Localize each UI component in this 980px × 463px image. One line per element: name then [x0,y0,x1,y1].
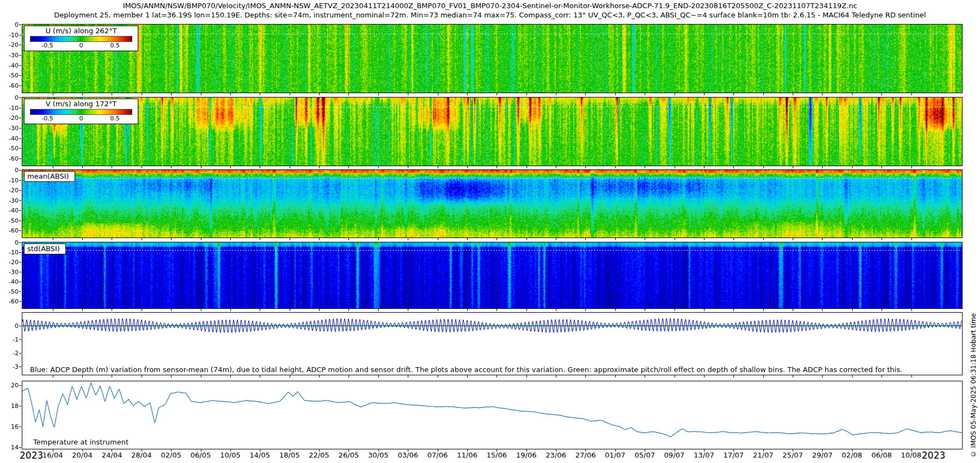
y-tick-mark [19,128,21,129]
x-tick-mark [230,166,231,168]
y-tick-mark [19,55,21,56]
x-tick-mark [526,375,527,377]
x-tick-mark [585,449,586,452]
x-tick-mark [142,449,142,452]
x-tick-label: 09/07 [664,451,684,459]
x-tick-mark [733,166,734,168]
x-tick-label: 10/08 [901,451,921,459]
x-tick-mark [852,449,853,452]
x-tick-mark [290,309,290,311]
x-tick-mark [467,166,468,168]
y-tick-label: -50 [0,218,19,224]
x-tick-mark [704,375,705,377]
x-tick-mark [53,449,53,452]
x-tick-label: 21/07 [753,451,773,459]
u-velocity-heatmap [22,25,962,93]
x-tick-mark [171,449,171,452]
x-tick-mark [378,375,379,377]
x-tick-mark [260,449,260,452]
y-tick-mark [19,353,21,354]
y-tick-mark [19,301,21,302]
x-tick-label: 06/08 [871,451,891,459]
x-tick-mark [911,238,912,240]
x-tick-label: 25/07 [782,451,803,459]
x-tick-mark [319,309,320,311]
x-tick-mark [201,309,201,311]
x-tick-mark [201,166,201,168]
y-tick-label: 16 [0,424,19,430]
y-tick-mark [19,427,21,427]
temperature-plot [22,381,962,449]
y-tick-label: -20 [0,187,19,193]
y-tick-mark [19,252,21,253]
x-tick-mark [881,449,882,452]
y-tick-label: -10 [0,178,19,184]
x-tick-mark [408,449,408,452]
x-tick-mark [822,309,823,311]
y-tick-label: -10 [0,32,19,38]
x-tick-mark [201,238,201,240]
x-tick-mark [763,166,764,168]
y-tick-mark [19,45,21,45]
x-tick-mark [319,238,320,240]
x-tick-mark [230,238,231,240]
y-tick-label: -10 [0,249,19,255]
x-tick-mark [733,238,734,240]
std-absi-heatmap [22,242,962,308]
x-tick-mark [585,93,586,95]
y-tick-mark [19,138,21,139]
y-tick-label: -30 [0,269,19,275]
x-tick-label: 29/07 [812,451,832,459]
mean-absi-heatmap [22,170,962,237]
y-tick-mark [19,406,21,406]
x-tick-mark [733,93,734,95]
y-tick-mark [19,170,21,170]
x-tick-label: 05/07 [634,451,654,459]
x-tick-label: 28/04 [131,451,151,459]
y-tick-label: -60 [0,228,19,234]
y-tick-label: 0 [0,240,19,246]
x-tick-mark [112,93,112,95]
x-tick-mark [556,166,556,168]
y-tick-mark [19,108,21,108]
y-tick-mark [19,230,21,231]
x-tick-mark [881,375,882,377]
x-tick-mark [793,449,793,452]
y-tick-mark [19,148,21,149]
y-tick-label: -30 [0,125,19,131]
x-tick-mark [260,93,260,95]
x-tick-mark [467,449,468,452]
x-tick-mark [675,375,675,377]
x-tick-mark [645,166,645,168]
x-tick-mark [675,309,675,311]
v-colorbar-ticks: -0.5 0 0.5 [30,115,132,123]
y-tick-label: 0 [0,323,19,329]
x-tick-mark [822,449,823,452]
x-tick-mark [822,375,823,377]
x-tick-mark [201,375,201,377]
x-tick-label: 16/04 [42,451,63,459]
x-tick-mark [585,238,586,240]
x-tick-mark [733,375,734,377]
y-tick-mark [19,242,21,243]
y-tick-label: -1 [0,337,19,343]
depth-variation-caption: Blue: ADCP Depth (m) variation from sens… [30,365,902,374]
x-tick-mark [763,238,764,240]
x-tick-mark [556,93,556,95]
y-tick-mark [19,180,21,181]
std-absi-label: std(ABSI) [24,243,66,254]
y-tick-mark [19,262,21,263]
x-tick-mark [497,93,497,95]
x-tick-mark [408,309,408,311]
x-tick-mark [793,238,793,240]
x-tick-label: 02/05 [161,451,181,459]
y-tick-mark [19,385,21,386]
x-tick-mark [526,449,527,452]
x-tick-mark [733,449,734,452]
x-tick-mark [408,375,408,377]
x-tick-mark [911,449,912,452]
y-tick-mark [19,447,21,448]
y-tick-label: -60 [0,156,19,162]
x-tick-mark [881,166,882,168]
x-tick-mark [230,449,231,452]
